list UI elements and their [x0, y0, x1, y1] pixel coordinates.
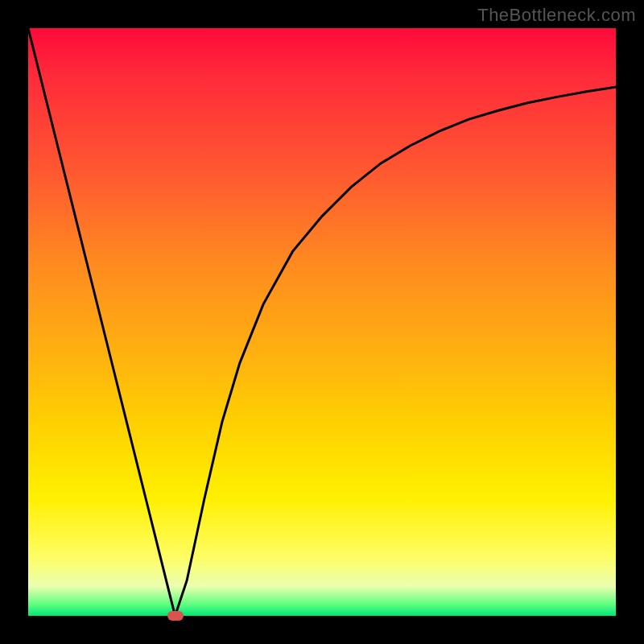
bottleneck-curve: [28, 28, 616, 616]
chart-frame: TheBottleneck.com: [0, 0, 644, 644]
curve-path: [28, 28, 616, 616]
optimum-marker: [167, 611, 184, 621]
plot-area: [28, 28, 616, 616]
attribution-text: TheBottleneck.com: [477, 5, 636, 26]
